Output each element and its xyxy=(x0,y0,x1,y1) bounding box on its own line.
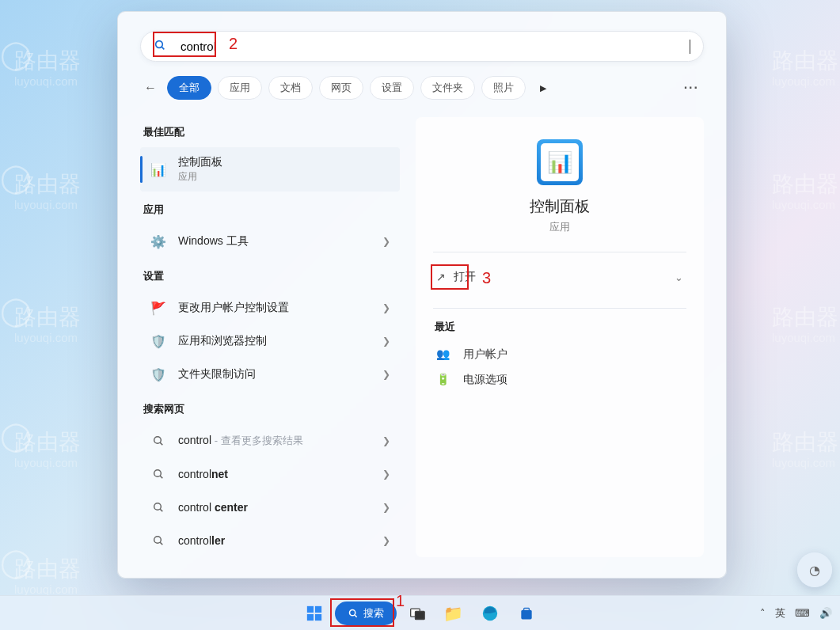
power-icon: 🔋 xyxy=(436,373,454,387)
web-suggest-prefix: control xyxy=(178,534,211,547)
search-field-wrap[interactable] xyxy=(140,31,704,62)
watermark-domain: luyouqi.com xyxy=(14,583,81,596)
options-menu-icon[interactable]: ··· xyxy=(679,81,704,95)
chevron-right-icon: ❯ xyxy=(382,302,390,313)
svg-point-6 xyxy=(154,503,162,510)
web-suggest-item[interactable]: controlnet ❯ xyxy=(140,457,400,491)
filter-apps[interactable]: 应用 xyxy=(218,76,262,100)
more-filters-icon[interactable]: ▶ xyxy=(535,83,551,93)
results-column: 最佳匹配 控制面板 应用 应用 ⚙️ Windows 工具 ❯ 设置 🚩 更改用… xyxy=(140,114,400,557)
svg-line-15 xyxy=(354,614,356,617)
filter-settings[interactable]: 设置 xyxy=(370,76,414,100)
section-web: 搜索网页 xyxy=(143,402,397,416)
divider xyxy=(433,252,686,252)
app-result-label: Windows 工具 xyxy=(178,234,376,249)
search-icon xyxy=(150,432,167,450)
svg-rect-13 xyxy=(314,613,321,620)
svg-rect-12 xyxy=(306,613,313,620)
open-action[interactable]: ↗ 打开 ⌄ xyxy=(433,264,686,290)
chevron-down-icon[interactable]: ⌄ xyxy=(675,271,683,283)
ime-toggle-icon[interactable]: ⌨ xyxy=(795,607,810,619)
web-suggest-item[interactable]: control - 查看更多搜索结果 ❯ xyxy=(140,424,400,457)
svg-rect-11 xyxy=(314,605,321,612)
settings-result-label: 文件夹限制访问 xyxy=(178,367,376,381)
edge-browser-icon[interactable] xyxy=(474,598,506,629)
ime-language[interactable]: 英 xyxy=(775,606,785,621)
web-suggest-bold: center xyxy=(215,501,248,514)
svg-point-0 xyxy=(156,40,163,47)
web-suggest-prefix: control xyxy=(178,434,211,446)
filter-photos[interactable]: 照片 xyxy=(481,76,526,100)
taskview-icon[interactable] xyxy=(401,598,433,629)
recent-label: 用户帐户 xyxy=(463,347,507,362)
app-result-item[interactable]: ⚙️ Windows 工具 ❯ xyxy=(140,225,400,258)
chevron-right-icon: ❯ xyxy=(382,535,390,546)
watermark-icon: ◯ xyxy=(0,38,32,71)
watermark-brand: 路由器 xyxy=(14,556,81,583)
watermark-icon: ◯ xyxy=(0,161,32,195)
volume-icon[interactable]: 🔊 xyxy=(819,607,832,619)
tray-chevron-icon[interactable]: ˄ xyxy=(760,607,766,619)
best-match-title: 控制面板 xyxy=(178,155,390,169)
filter-docs[interactable]: 文档 xyxy=(268,76,313,100)
watermark-brand: 路由器 xyxy=(14,429,81,456)
detail-column: 📊 控制面板 应用 ↗ 打开 ⌄ 最近 👥 用户帐户 🔋 电源选项 xyxy=(416,117,704,557)
web-suggest-hint: - 查看更多搜索结果 xyxy=(211,435,303,446)
filter-web[interactable]: 网页 xyxy=(319,76,363,100)
settings-result-label: 应用和浏览器控制 xyxy=(178,334,376,348)
search-input[interactable] xyxy=(174,32,702,61)
watermark-icon: ◯ xyxy=(0,419,32,453)
watermark-domain: luyouqi.com xyxy=(772,331,838,344)
web-suggest-item[interactable]: control center ❯ xyxy=(140,491,400,524)
watermark-brand: 路由器 xyxy=(772,429,838,456)
open-external-icon: ↗ xyxy=(436,271,454,283)
best-match-item[interactable]: 控制面板 应用 xyxy=(140,147,400,192)
chevron-right-icon: ❯ xyxy=(382,369,390,380)
news-widget-icon[interactable]: ◔ xyxy=(797,552,832,587)
best-match-subtitle: 应用 xyxy=(178,170,390,184)
filter-all[interactable]: 全部 xyxy=(167,76,211,100)
watermark-icon: ◯ xyxy=(0,546,32,579)
filter-folders[interactable]: 文件夹 xyxy=(420,76,475,100)
svg-line-1 xyxy=(162,47,164,49)
shield-icon: 🛡️ xyxy=(150,366,167,383)
chevron-right-icon: ❯ xyxy=(382,336,390,347)
control-panel-icon xyxy=(150,161,167,178)
open-label: 打开 xyxy=(454,270,476,284)
svg-line-9 xyxy=(160,542,162,545)
watermark-domain: luyouqi.com xyxy=(14,456,81,469)
web-suggest-item[interactable]: controller ❯ xyxy=(140,524,400,557)
chevron-right-icon: ❯ xyxy=(382,435,390,446)
text-cursor xyxy=(690,40,690,54)
back-button[interactable]: ← xyxy=(140,81,161,95)
section-apps: 应用 xyxy=(143,203,397,217)
taskbar-search-button[interactable]: 搜索 xyxy=(335,602,397,625)
chevron-right-icon: ❯ xyxy=(382,236,390,247)
section-settings: 设置 xyxy=(143,269,397,283)
file-explorer-icon[interactable]: 📁 xyxy=(438,598,469,629)
watermark-domain: luyouqi.com xyxy=(772,198,838,211)
start-button[interactable] xyxy=(298,598,330,629)
web-suggest-prefix: control xyxy=(178,468,211,480)
svg-line-5 xyxy=(160,476,162,478)
chevron-right-icon: ❯ xyxy=(382,502,390,513)
svg-point-2 xyxy=(154,437,162,444)
search-icon xyxy=(150,532,167,549)
settings-result-item[interactable]: 🚩 更改用户帐户控制设置 ❯ xyxy=(140,291,400,324)
watermark-domain: luyouqi.com xyxy=(14,74,81,88)
watermark-brand: 路由器 xyxy=(772,171,838,198)
watermark-domain: luyouqi.com xyxy=(14,198,81,211)
store-icon[interactable] xyxy=(511,598,542,629)
watermark-brand: 路由器 xyxy=(14,47,81,74)
svg-rect-17 xyxy=(415,611,424,619)
recent-item[interactable]: 🔋 电源选项 xyxy=(433,367,686,393)
recent-item[interactable]: 👥 用户帐户 xyxy=(433,342,686,367)
search-icon xyxy=(154,39,166,55)
settings-result-item[interactable]: 🛡️ 应用和浏览器控制 ❯ xyxy=(140,324,400,358)
web-suggest-bold: ler xyxy=(211,534,225,547)
section-best-match: 最佳匹配 xyxy=(143,125,397,139)
settings-result-label: 更改用户帐户控制设置 xyxy=(178,301,376,315)
svg-line-3 xyxy=(160,442,162,445)
taskbar: 搜索 📁 ˄ 英 ⌨ 🔊 xyxy=(0,595,840,630)
settings-result-item[interactable]: 🛡️ 文件夹限制访问 ❯ xyxy=(140,358,400,391)
